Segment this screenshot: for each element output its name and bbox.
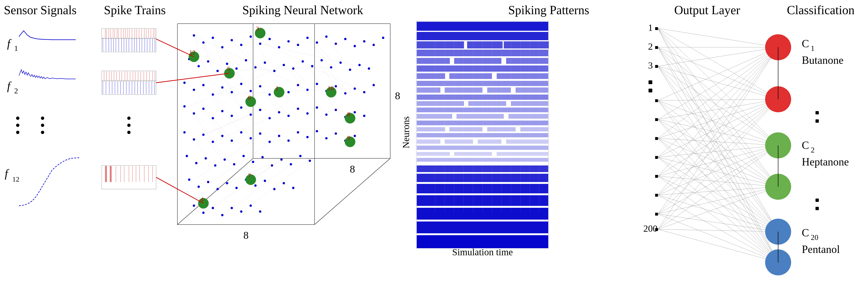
svg-point-187 — [269, 140, 271, 143]
svg-rect-322 — [478, 139, 501, 144]
class-dot-3 — [815, 198, 819, 202]
snn-neuron-7-label: 7 — [248, 172, 251, 179]
svg-point-230 — [259, 210, 261, 213]
svg-rect-349 — [655, 46, 658, 49]
snn-neuron-9-label: 9 — [347, 134, 350, 142]
svg-line-255 — [194, 114, 213, 142]
svg-line-280 — [222, 164, 291, 215]
svg-line-371 — [658, 47, 778, 66]
svg-point-116 — [382, 37, 384, 39]
svg-point-171 — [306, 112, 309, 115]
svg-point-119 — [207, 60, 209, 63]
svg-line-241 — [194, 59, 213, 85]
svg-rect-348 — [655, 27, 658, 30]
svg-rect-354 — [655, 156, 658, 159]
output-label-1: 1 — [648, 22, 653, 33]
svg-rect-311 — [417, 114, 452, 119]
svg-line-237 — [251, 37, 270, 63]
svg-line-284 — [213, 160, 281, 189]
svg-rect-318 — [520, 127, 548, 131]
svg-rect-358 — [655, 228, 658, 231]
svg-rect-316 — [450, 127, 483, 131]
snn-axis-x: 8 — [243, 229, 249, 241]
butanone-label: Butanone — [802, 54, 843, 66]
svg-line-276 — [260, 44, 355, 65]
dot1 — [16, 117, 20, 120]
svg-rect-313 — [508, 114, 548, 119]
svg-point-132 — [330, 66, 332, 68]
svg-line-283 — [204, 142, 272, 187]
svg-rect-352 — [655, 118, 658, 121]
svg-line-282 — [194, 133, 262, 180]
svg-rect-291 — [467, 41, 503, 49]
c20-label: C — [802, 227, 809, 239]
svg-point-158 — [183, 105, 186, 107]
svg-line-240 — [213, 38, 222, 64]
snn-title: Spiking Neural Network — [242, 3, 363, 17]
svg-line-245 — [232, 64, 251, 91]
snn-axis-y: 8 — [395, 90, 400, 102]
svg-line-387 — [658, 119, 778, 232]
output-layer-title: Output Layer — [674, 3, 740, 17]
output-layer-neurons — [655, 27, 658, 231]
svg-rect-355 — [655, 175, 658, 178]
svg-point-228 — [240, 210, 242, 213]
dot3 — [16, 131, 20, 134]
svg-point-203 — [242, 155, 245, 157]
svg-line-372 — [658, 66, 778, 99]
svg-line-409 — [658, 145, 778, 195]
svg-line-398 — [658, 157, 778, 187]
svg-point-210 — [309, 160, 311, 162]
f1-signal — [19, 31, 76, 40]
svg-rect-356 — [655, 194, 658, 197]
svg-point-189 — [287, 139, 290, 142]
svg-line-379 — [658, 100, 778, 145]
heptanone-label: Heptanone — [802, 156, 849, 168]
svg-line-421 — [658, 145, 778, 229]
svg-point-196 — [353, 135, 356, 137]
svg-rect-294 — [417, 58, 450, 64]
svg-rect-320 — [417, 139, 440, 144]
svg-rect-315 — [417, 127, 445, 131]
input-line-2 — [156, 73, 229, 83]
snn-neuron-1-label: 1 — [276, 85, 279, 92]
svg-line-249 — [222, 88, 241, 107]
snn-neuron-3-label: 3 — [256, 25, 259, 32]
svg-point-118 — [197, 65, 200, 67]
dot5 — [41, 124, 44, 127]
svg-point-218 — [254, 184, 257, 187]
svg-line-369 — [658, 47, 778, 232]
f12-signal — [19, 158, 81, 206]
svg-point-120 — [216, 70, 219, 72]
svg-line-424 — [658, 229, 778, 262]
class-dot-1 — [815, 111, 819, 115]
svg-line-363 — [658, 28, 778, 232]
svg-rect-325 — [417, 152, 450, 156]
svg-point-185 — [250, 137, 252, 139]
svg-point-177 — [363, 115, 365, 117]
svg-line-247 — [204, 85, 222, 111]
c2-label: C — [802, 139, 809, 151]
svg-point-222 — [292, 187, 294, 189]
class-dot-2 — [815, 119, 819, 123]
spike-dot3 — [127, 131, 130, 134]
svg-line-378 — [658, 99, 778, 100]
svg-line-254 — [293, 68, 312, 90]
output-dot-1 — [649, 81, 652, 84]
sensor-signals-title: Sensor Signals — [4, 3, 76, 17]
svg-point-199 — [205, 157, 207, 160]
svg-point-192 — [316, 130, 318, 132]
c1-label: C — [802, 38, 809, 50]
svg-point-129 — [302, 60, 304, 63]
svg-line-407 — [658, 47, 778, 195]
snn-neuron-8-label: 8 — [347, 111, 350, 118]
svg-point-200 — [214, 164, 216, 167]
svg-line-362 — [658, 28, 778, 187]
svg-rect-308 — [468, 101, 506, 106]
sim-time-label: Simulation time — [452, 247, 513, 257]
svg-rect-302 — [417, 88, 440, 93]
svg-line-377 — [658, 47, 778, 100]
svg-point-198 — [195, 162, 197, 164]
snn-neuron-6-label: 6 — [248, 94, 251, 101]
svg-point-125 — [264, 61, 266, 64]
